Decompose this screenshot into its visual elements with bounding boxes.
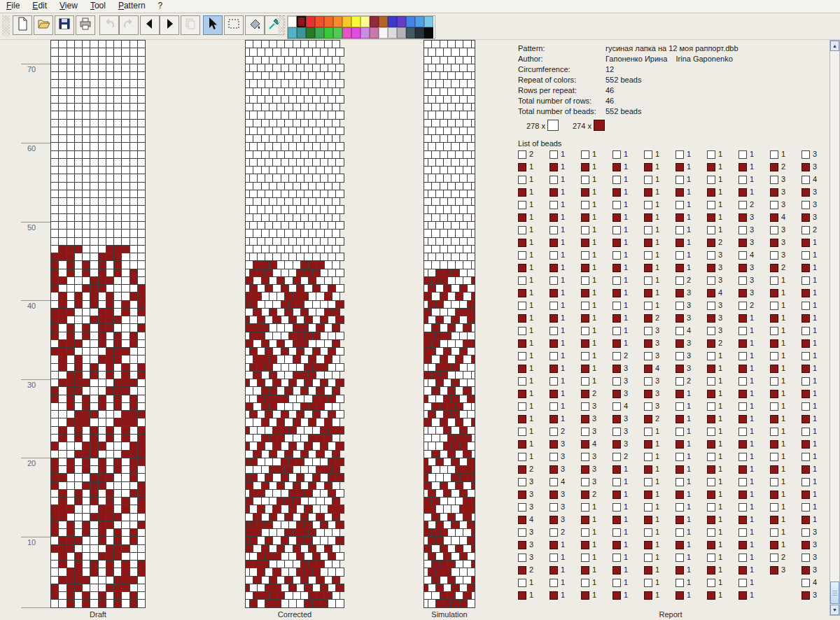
bead-list-count: 1 xyxy=(813,389,817,397)
bead-list-count: 1 xyxy=(718,200,722,209)
palette-color-31[interactable] xyxy=(424,27,433,38)
palette-color-11[interactable] xyxy=(388,16,397,27)
bead-list-count: 2 xyxy=(718,238,722,246)
palette-color-26[interactable] xyxy=(379,27,388,38)
palette-color-20[interactable] xyxy=(324,27,333,38)
bead-list-count: 1 xyxy=(529,427,533,435)
bead-list-count: 1 xyxy=(655,515,659,523)
palette-color-16[interactable] xyxy=(288,27,297,38)
palette-color-21[interactable] xyxy=(333,27,342,38)
palette-color-24[interactable] xyxy=(360,27,370,38)
menu-item-help[interactable]: ? xyxy=(152,0,169,12)
palette-color-19[interactable] xyxy=(315,27,324,38)
menu-item-tool[interactable]: Tool xyxy=(84,0,112,12)
palette-grip[interactable] xyxy=(278,15,286,36)
bead-list-swatch xyxy=(518,415,526,423)
bead-list-count: 3 xyxy=(687,351,691,360)
bead-list-count: 1 xyxy=(781,452,785,460)
palette-color-23[interactable] xyxy=(351,27,360,38)
scroll-down-button[interactable]: ▼ xyxy=(830,605,839,615)
bead-list-swatch xyxy=(612,503,621,512)
palette-color-1[interactable] xyxy=(297,16,306,27)
fill-button[interactable] xyxy=(245,15,265,35)
bead-list-count: 2 xyxy=(718,339,722,347)
report-scrollbar[interactable]: ▲ ▼ xyxy=(830,40,840,616)
bead-list-swatch xyxy=(676,503,684,512)
bead-list-swatch xyxy=(518,352,526,360)
menu-item-edit[interactable]: Edit xyxy=(26,0,53,12)
bead-list-swatch xyxy=(707,402,715,411)
select-rect-button[interactable] xyxy=(224,15,244,35)
palette-color-28[interactable] xyxy=(397,27,406,38)
palette-color-13[interactable] xyxy=(406,16,415,27)
bead-list-swatch xyxy=(802,428,810,436)
palette-color-8[interactable] xyxy=(360,16,370,27)
palette-color-14[interactable] xyxy=(415,16,424,27)
bead-list-swatch xyxy=(707,226,715,234)
bead-list-count: 3 xyxy=(813,188,817,196)
bead-list-swatch xyxy=(676,554,684,562)
palette-color-29[interactable] xyxy=(406,27,415,38)
palette-color-27[interactable] xyxy=(388,27,397,38)
palette-color-18[interactable] xyxy=(306,27,315,38)
save-button[interactable] xyxy=(55,15,74,35)
bead-list-count: 1 xyxy=(655,465,659,473)
palette-color-2[interactable] xyxy=(306,16,315,27)
bead-list-swatch xyxy=(644,289,652,297)
menu-item-pattern[interactable]: Pattern xyxy=(112,0,152,12)
bead-list-count: 1 xyxy=(813,465,817,473)
ruler-label-40: 40 xyxy=(21,302,42,310)
bead-list-count: 4 xyxy=(687,326,691,334)
bead-list-count: 1 xyxy=(750,188,754,196)
bead-list-swatch xyxy=(550,516,558,524)
bead-list-swatch xyxy=(644,365,652,373)
menu-item-view[interactable]: View xyxy=(53,0,84,12)
bead-list-count: 1 xyxy=(529,175,533,183)
palette-color-7[interactable] xyxy=(351,16,360,27)
palette-color-12[interactable] xyxy=(397,16,406,27)
print-button[interactable] xyxy=(76,15,95,35)
next-button[interactable] xyxy=(160,15,179,35)
bead-list-count: 1 xyxy=(687,591,691,599)
draft-grid[interactable] xyxy=(50,40,147,609)
palette-color-5[interactable] xyxy=(333,16,342,27)
bead-list-count: 1 xyxy=(561,238,565,246)
report-field-value: 552 beads xyxy=(606,107,641,115)
bead-list-swatch xyxy=(707,478,715,486)
bead-list-swatch xyxy=(612,251,621,260)
scrollbar-thumb[interactable] xyxy=(830,582,839,604)
bead-list-swatch xyxy=(581,541,589,549)
select-button[interactable] xyxy=(203,15,223,35)
palette-color-9[interactable] xyxy=(370,16,379,27)
bead-list-count: 1 xyxy=(592,351,596,360)
bead-list-swatch xyxy=(707,453,715,461)
bead-list-count: 1 xyxy=(813,263,817,272)
bead-list-swatch xyxy=(676,377,684,386)
corrected-grid[interactable] xyxy=(245,40,345,609)
bead-list-count: 2 xyxy=(655,313,659,322)
menu-item-file[interactable]: File xyxy=(0,0,26,12)
palette-color-15[interactable] xyxy=(424,16,433,27)
toolbar-grip[interactable] xyxy=(2,15,10,36)
palette-color-30[interactable] xyxy=(415,27,424,38)
open-button[interactable] xyxy=(34,15,53,35)
bead-list-count: 3 xyxy=(781,175,785,183)
new-button[interactable] xyxy=(13,15,32,35)
bead-list-count: 1 xyxy=(624,339,628,347)
palette-color-10[interactable] xyxy=(379,16,388,27)
bead-list-swatch xyxy=(707,150,715,159)
palette-color-4[interactable] xyxy=(324,16,333,27)
palette-color-22[interactable] xyxy=(342,27,351,38)
scroll-up-button[interactable]: ▲ xyxy=(830,41,839,51)
prev-button[interactable] xyxy=(140,15,160,35)
bead-list-swatch xyxy=(550,239,558,247)
bead-list-count: 3 xyxy=(750,263,754,272)
palette-color-6[interactable] xyxy=(342,16,351,27)
palette-color-3[interactable] xyxy=(315,16,324,27)
bead-list-swatch xyxy=(738,516,747,524)
bead-list-count: 1 xyxy=(592,565,596,574)
palette-color-17[interactable] xyxy=(297,27,306,38)
bead-list-count: 1 xyxy=(687,578,691,586)
palette-color-0[interactable] xyxy=(288,16,297,27)
palette-color-25[interactable] xyxy=(370,27,379,38)
